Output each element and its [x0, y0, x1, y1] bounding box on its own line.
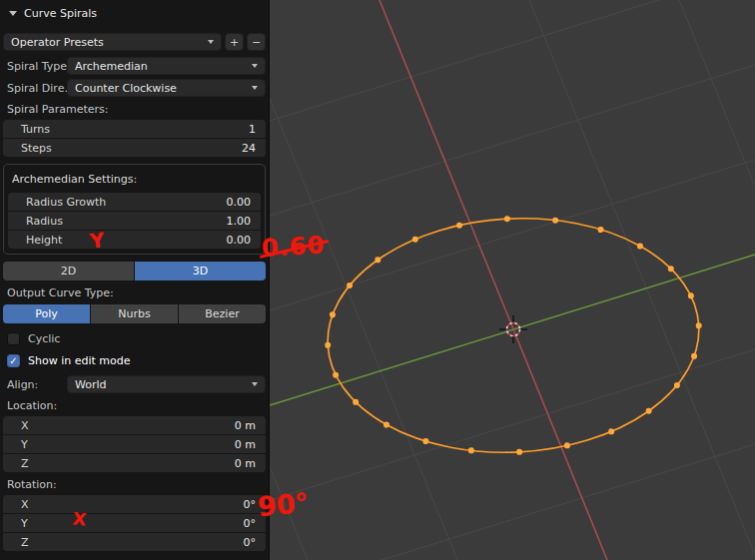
show-in-edit-mode-label: Show in edit mode — [28, 354, 131, 367]
curve-type-poly[interactable]: Poly — [3, 304, 90, 323]
location-z-value: 0 m — [235, 457, 256, 470]
location-y-field[interactable]: Y 0 m — [3, 435, 266, 453]
operator-presets-value: Operator Presets — [11, 36, 104, 49]
operator-panel: Curve Spirals Operator Presets + − Spira… — [0, 0, 270, 560]
rotation-z-label: Z — [13, 536, 29, 549]
curve-type-nurbs[interactable]: Nurbs — [91, 304, 178, 323]
rotation-x-field[interactable]: X 0° — [3, 495, 266, 513]
location-x-field[interactable]: X 0 m — [3, 416, 266, 434]
rotation-x-value: 0° — [244, 498, 257, 511]
dimension-toggle: 2D 3D — [3, 262, 266, 280]
location-z-label: Z — [13, 457, 29, 470]
chevron-down-icon — [252, 86, 258, 90]
archemedian-settings-box: Archemedian Settings: Radius Growth 0.00… — [3, 164, 266, 255]
collapse-arrow-icon — [9, 11, 17, 16]
dimension-toggle-3d[interactable]: 3D — [135, 262, 266, 280]
operator-presets-select[interactable]: Operator Presets — [3, 33, 222, 51]
dimension-toggle-2d[interactable]: 2D — [3, 262, 134, 280]
rotation-y-field[interactable]: Y 0° — [3, 514, 266, 532]
chevron-down-icon — [252, 382, 258, 386]
section-label-rotation: Rotation: — [0, 472, 269, 495]
chevron-down-icon — [252, 64, 258, 68]
curve-type-bezier[interactable]: Bezier — [179, 304, 266, 323]
section-label-spiral-parameters: Spiral Parameters: — [0, 97, 269, 120]
location-x-value: 0 m — [235, 419, 256, 432]
location-x-label: X — [13, 419, 29, 432]
spiral-type-value: Archemedian — [75, 60, 148, 73]
cyclic-row: Cyclic — [7, 332, 262, 345]
cyclic-label: Cyclic — [28, 332, 60, 345]
show-in-edit-mode-checkbox[interactable] — [7, 354, 20, 367]
archemedian-settings-title: Archemedian Settings: — [7, 169, 262, 193]
radius-label: Radius — [18, 215, 63, 228]
rotation-z-value: 0° — [244, 536, 257, 549]
height-field[interactable]: Height 0.00 — [8, 231, 261, 249]
turns-value: 1 — [249, 123, 256, 136]
location-y-value: 0 m — [235, 438, 256, 451]
chevron-down-icon — [208, 40, 214, 44]
cyclic-checkbox[interactable] — [7, 332, 20, 345]
turns-steps-group: Turns 1 Steps 24 — [3, 120, 266, 157]
radius-growth-field[interactable]: Radius Growth 0.00 — [8, 193, 261, 211]
align-select[interactable]: World — [67, 375, 266, 393]
spiral-direction-select[interactable]: Counter Clockwise — [67, 79, 266, 97]
spiral-type-select[interactable]: Archemedian — [67, 57, 266, 75]
radius-growth-label: Radius Growth — [18, 196, 106, 209]
radius-field[interactable]: Radius 1.00 — [8, 212, 261, 230]
x-axis-line — [379, 0, 607, 560]
rotation-x-label: X — [13, 498, 29, 511]
steps-value: 24 — [242, 142, 256, 155]
radius-growth-value: 0.00 — [227, 196, 252, 209]
grid-lines — [270, 0, 755, 560]
preset-add-button[interactable]: + — [225, 33, 244, 51]
spiral-type-label: Spiral Type: — [3, 60, 67, 73]
show-edit-row: Show in edit mode — [7, 354, 262, 367]
viewport-3d[interactable] — [270, 0, 755, 560]
turns-field[interactable]: Turns 1 — [3, 120, 266, 138]
preset-remove-button[interactable]: − — [247, 33, 266, 51]
spiral-direction-label: Spiral Dire... — [3, 82, 67, 95]
steps-label: Steps — [13, 142, 52, 155]
turns-label: Turns — [13, 123, 50, 136]
align-label: Align: — [3, 378, 67, 391]
panel-header[interactable]: Curve Spirals — [0, 0, 269, 26]
rotation-group: X 0° Y 0° Z 0° — [3, 495, 266, 551]
location-y-label: Y — [13, 438, 28, 451]
align-value: World — [75, 378, 107, 391]
steps-field[interactable]: Steps 24 — [3, 139, 266, 157]
height-label: Height — [18, 234, 62, 247]
spiral-direction-value: Counter Clockwise — [75, 82, 177, 95]
rotation-z-field[interactable]: Z 0° — [3, 533, 266, 551]
curve-type-toggle: Poly Nurbs Bezier — [3, 304, 266, 323]
panel-title: Curve Spirals — [24, 7, 97, 20]
location-z-field[interactable]: Z 0 m — [3, 454, 266, 472]
height-value: 0.00 — [227, 234, 252, 247]
section-label-output-curve-type: Output Curve Type: — [0, 280, 269, 303]
radius-value: 1.00 — [227, 215, 252, 228]
section-label-location: Location: — [0, 393, 269, 416]
location-group: X 0 m Y 0 m Z 0 m — [3, 416, 266, 472]
rotation-y-value: 0° — [244, 517, 257, 530]
rotation-y-label: Y — [13, 517, 28, 530]
